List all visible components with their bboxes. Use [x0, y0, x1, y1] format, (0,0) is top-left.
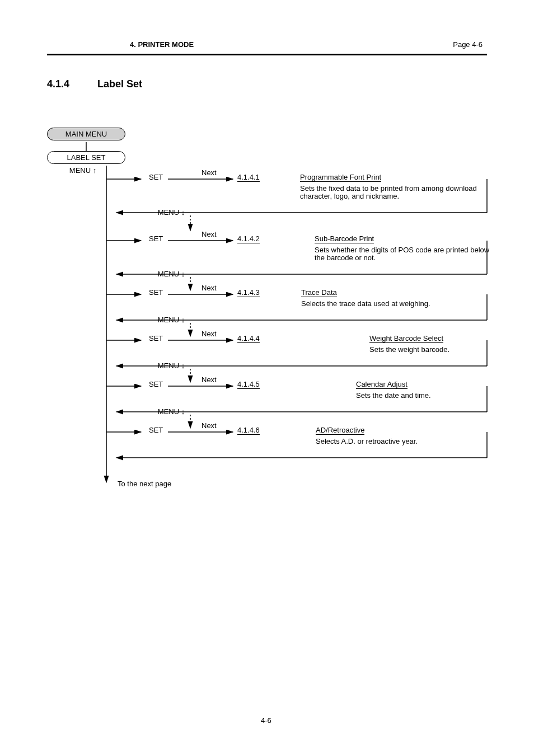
menu-down-label-4: MENU ↓ [157, 362, 186, 370]
menu-down-label-5: MENU ↓ [157, 408, 186, 416]
node-1-next: Next [202, 169, 217, 177]
node-5-menu: SET [149, 381, 163, 388]
node-5-title: Calendar Adjust [356, 381, 407, 389]
node-1-title: Programmable Font Print [300, 173, 381, 182]
to-next-page-label: To the next page [118, 480, 171, 488]
node-3-menu: SET [149, 289, 163, 297]
node-6-menu: SET [149, 426, 163, 434]
node-4-menu: SET [149, 335, 163, 342]
menu-down-label-2: MENU ↓ [157, 270, 186, 278]
node-3-link: 4.1.4.3 [237, 289, 260, 297]
node-1-menu: SET [149, 173, 163, 181]
node-1-link: 4.1.4.1 [237, 173, 260, 182]
node-6-link: 4.1.4.6 [237, 426, 260, 435]
node-3-desc: Selects the trace data used at weighing. [301, 300, 430, 308]
section-number: 4.1.4 [47, 78, 69, 90]
section-title: Label Set [97, 78, 142, 90]
node-2-title: Sub-Barcode Print [315, 235, 374, 243]
header-title: 4. PRINTER MODE [130, 40, 194, 49]
pill-label-set: LABEL SET [47, 151, 125, 164]
node-2-menu: SET [149, 235, 163, 243]
node-3-title: Trace Data [301, 289, 337, 297]
node-2-link: 4.1.4.2 [237, 235, 260, 243]
node-5-link: 4.1.4.5 [237, 381, 260, 389]
node-4-next: Next [202, 330, 217, 338]
node-4-desc: Sets the weight barcode. [369, 346, 449, 354]
pill-main-menu: MAIN MENU [47, 128, 125, 140]
node-4-link: 4.1.4.4 [237, 335, 260, 343]
node-2-desc: Sets whether the digits of POS code are … [315, 246, 489, 262]
node-5-desc: Sets the date and time. [356, 392, 431, 400]
header-divider [47, 54, 487, 55]
node-1-desc: Sets the fixed data to be printed from a… [300, 185, 477, 200]
menu-down-label-3: MENU ↓ [157, 316, 186, 324]
flow-diagram [0, 0, 534, 756]
node-6-desc: Selects A.D. or retroactive year. [316, 438, 418, 445]
menu-down-label-1: MENU ↓ [157, 209, 186, 217]
node-3-next: Next [202, 284, 217, 292]
footer-page-number: 4-6 [261, 716, 271, 725]
node-5-next: Next [202, 376, 217, 384]
node-6-next: Next [202, 422, 217, 430]
node-2-next: Next [202, 231, 217, 238]
node-6-title: AD/Retroactive [316, 426, 364, 435]
node-4-title: Weight Barcode Select [369, 335, 443, 343]
menu-up-label: MENU ↑ [68, 167, 97, 175]
header-page-label: Page 4-6 [453, 40, 483, 49]
